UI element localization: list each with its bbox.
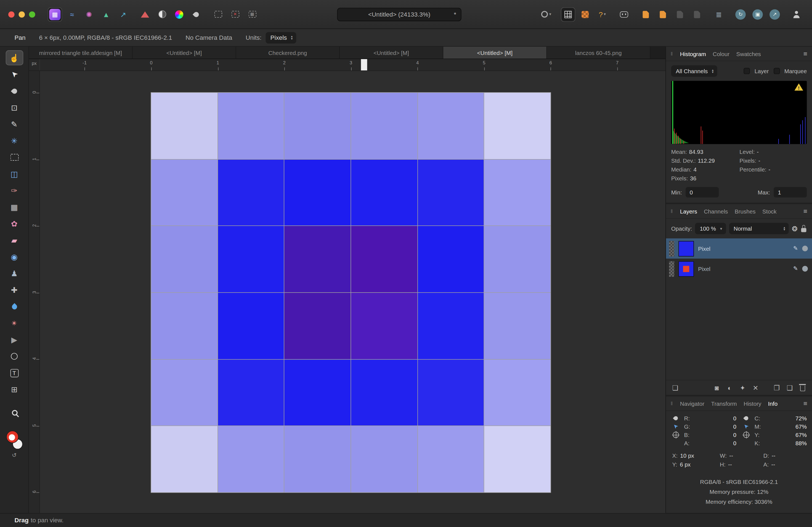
zoom-tool[interactable] (5, 406, 23, 421)
liquify-persona-button[interactable]: ≈ (65, 7, 79, 22)
panel-grip-icon[interactable]: ‖ (671, 400, 673, 406)
layer-row[interactable]: Pixel✎ (666, 258, 812, 279)
develop-persona-button[interactable]: ✺ (82, 7, 96, 22)
target-icon[interactable] (672, 432, 679, 438)
panel-grip-icon[interactable]: ‖ (671, 51, 673, 57)
pixel-tool[interactable]: ▦ (5, 199, 23, 214)
view-tool[interactable]: ☝ (5, 50, 23, 65)
quick-mask-toggle[interactable]: ▾ (539, 7, 554, 22)
marquee-checkbox[interactable] (773, 68, 780, 74)
auto-contrast-button[interactable] (155, 7, 170, 22)
blur-tool[interactable] (5, 299, 23, 314)
document-tab[interactable]: <Untitled> [M] (132, 47, 236, 59)
opacity-dropdown[interactable]: 100 % ▾ (695, 223, 726, 234)
snapping-toggle[interactable] (561, 7, 576, 22)
tab-history[interactable]: History (743, 400, 761, 407)
units-dropdown[interactable]: Pixels ▴▾ (266, 32, 296, 43)
erase-brush-tool[interactable]: ▰ (5, 232, 23, 247)
export-persona-button[interactable]: ↗ (116, 7, 131, 22)
document-tab[interactable]: mirrored triangle tile.afdesign [M] (29, 47, 132, 59)
colour-replacement-brush-tool[interactable]: ✿ (5, 216, 23, 231)
healing-brush-tool[interactable]: ✚ (5, 283, 23, 298)
clone-stamp-tool[interactable]: ♟ (5, 266, 23, 281)
document-tab[interactable]: Checkered.png (236, 47, 340, 59)
duplicate-button[interactable]: ❏ (671, 383, 680, 393)
mask-button[interactable]: ◙ (713, 383, 721, 393)
dropper-icon[interactable] (673, 415, 679, 421)
restore-snapshot-button[interactable] (672, 7, 687, 22)
new-selection-mode[interactable] (211, 7, 226, 22)
blend-mode-dropdown[interactable]: Normal ▴▾ (729, 223, 789, 234)
panel-menu-icon[interactable]: ≡ (803, 50, 807, 57)
tab-swatches[interactable]: Swatches (736, 51, 761, 57)
smudge-tool[interactable]: ▶ (5, 332, 23, 347)
tab-colour[interactable]: Colour (713, 51, 729, 57)
auto-white-balance-button[interactable] (189, 7, 204, 22)
assistant-options-button[interactable]: ?▾ (595, 7, 610, 22)
tab-brushes[interactable]: Brushes (735, 208, 756, 214)
auto-colour-button[interactable] (172, 7, 187, 22)
layer-checkbox[interactable] (743, 68, 750, 74)
swap-colours-icon[interactable]: ↺ (12, 452, 17, 458)
tab-info[interactable]: Info (768, 400, 778, 407)
gear-icon[interactable]: ❂ (792, 225, 797, 232)
intersect-selection-mode[interactable]: ▦ (245, 7, 259, 22)
auto-levels-button[interactable] (138, 7, 153, 22)
ellipse-tool[interactable] (5, 349, 23, 364)
flood-fill-tool[interactable]: ◉ (5, 249, 23, 264)
export-snapshot-button[interactable] (690, 7, 705, 22)
panel-menu-icon[interactable]: ≡ (803, 208, 807, 215)
panel-menu-icon[interactable]: ≡ (803, 400, 807, 408)
tone-mapping-persona-button[interactable]: ▲ (99, 7, 113, 22)
adjustment-button[interactable]: ◐ (726, 383, 734, 393)
tab-histogram[interactable]: Histogram (680, 51, 706, 57)
tab-layers[interactable]: Layers (680, 208, 697, 214)
document-tab[interactable]: <Untitled> [M] (443, 47, 547, 59)
colour-picker-tool[interactable] (5, 83, 23, 98)
document-title[interactable]: <Untitled> (24133.3%) * (337, 8, 461, 21)
tab-transform[interactable]: Transform (711, 400, 737, 407)
dropper-icon[interactable] (743, 415, 749, 421)
delete-layer-button[interactable] (798, 383, 807, 393)
sync-button[interactable]: ↻ (733, 7, 748, 22)
share-button[interactable]: ↗ (768, 7, 782, 22)
new-snapshot-button[interactable] (638, 7, 653, 22)
layer-row[interactable]: Pixel✎ (666, 238, 812, 258)
paint-mixer-brush-tool[interactable]: ◫ (5, 166, 23, 181)
add-snapshot-button[interactable] (655, 7, 670, 22)
colour-swatches[interactable] (5, 431, 24, 450)
library-button[interactable]: ▣ (751, 7, 765, 22)
tab-stock[interactable]: Stock (762, 208, 777, 214)
crop-tool[interactable]: ⊡ (5, 100, 23, 115)
minimize-button[interactable] (19, 11, 25, 17)
subtract-selection-mode[interactable]: ✕ (228, 7, 243, 22)
foreground-colour-swatch[interactable] (6, 431, 18, 443)
paint-brush-tool[interactable]: ✑ (5, 183, 23, 198)
ungroup-button[interactable]: ❑ (785, 383, 794, 393)
max-input[interactable]: 1 (774, 187, 807, 198)
visibility-checkbox[interactable] (802, 266, 808, 272)
visibility-checkbox[interactable] (802, 245, 808, 251)
close-button[interactable] (8, 11, 15, 17)
tab-navigator[interactable]: Navigator (680, 400, 705, 407)
pixel-grid-toggle[interactable] (578, 7, 593, 22)
selection-brush-tool[interactable]: ✎ (5, 116, 23, 131)
move-tool[interactable]: ➤ (5, 67, 23, 82)
lock-icon[interactable] (801, 225, 807, 232)
account-button[interactable] (789, 7, 804, 22)
tab-channels[interactable]: Channels (704, 208, 728, 214)
remove-button[interactable]: ✕ (751, 383, 759, 393)
text-tool[interactable]: T (5, 366, 23, 380)
document-tab[interactable]: <Untitled> [M] (340, 47, 443, 59)
target-icon[interactable] (743, 432, 749, 438)
flood-select-tool[interactable]: ✳ (5, 133, 23, 148)
photo-persona-button[interactable]: ▦ (48, 7, 62, 22)
live-filter-button[interactable]: ✦ (739, 383, 747, 393)
channel-dropdown[interactable]: All Channels ▴▾ (671, 65, 717, 76)
document-tab[interactable]: lanczos 60-45.png (547, 47, 650, 59)
sharpen-tool[interactable]: ✴ (5, 316, 23, 331)
mesh-warp-tool[interactable]: ⊞ (5, 382, 23, 397)
min-input[interactable]: 0 (685, 187, 719, 198)
panel-grip-icon[interactable]: ‖ (671, 208, 673, 214)
assistant-manager-button[interactable] (617, 7, 632, 22)
